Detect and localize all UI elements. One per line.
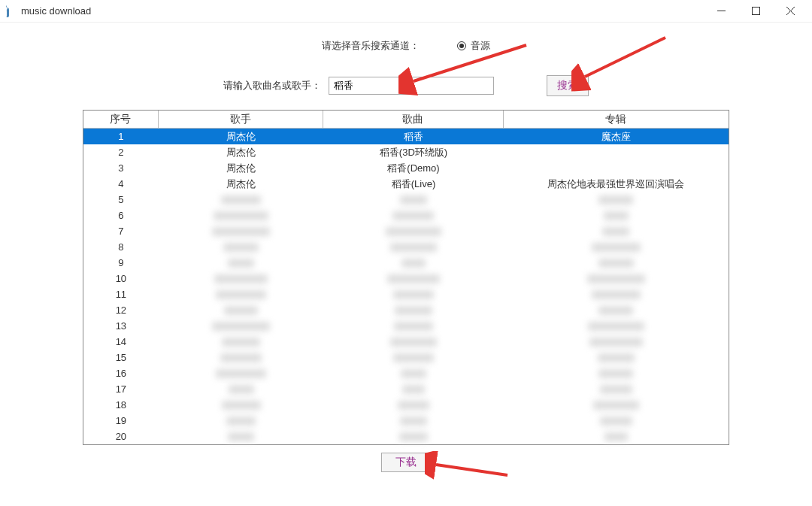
table-cell: 3 bbox=[83, 160, 159, 176]
table-cell: 4 bbox=[83, 176, 159, 192]
download-button[interactable]: 下载 bbox=[381, 453, 431, 472]
table-cell bbox=[504, 223, 729, 239]
table-cell: 周杰伦地表最强世界巡回演唱会 bbox=[504, 176, 729, 192]
table-cell bbox=[504, 413, 729, 429]
maximize-button[interactable] bbox=[738, 0, 773, 23]
table-cell bbox=[159, 286, 323, 302]
table-cell bbox=[159, 255, 323, 271]
table-row[interactable]: 15 bbox=[83, 350, 729, 365]
table-cell: 15 bbox=[83, 350, 159, 365]
table-cell bbox=[159, 223, 323, 239]
table-cell bbox=[323, 271, 503, 286]
table-cell: 20 bbox=[83, 429, 159, 444]
table-cell bbox=[159, 334, 323, 350]
table-row[interactable]: 2周杰伦稻香(3D环绕版) bbox=[83, 144, 729, 160]
channel-row: 请选择音乐搜索通道： 音源 bbox=[30, 39, 782, 53]
table-cell bbox=[504, 208, 729, 223]
table-cell bbox=[159, 429, 323, 444]
table-cell bbox=[159, 239, 323, 255]
table-cell: 14 bbox=[83, 334, 159, 350]
table-cell bbox=[504, 160, 729, 176]
table-row[interactable]: 14 bbox=[83, 334, 729, 350]
table-cell bbox=[504, 271, 729, 286]
minimize-button[interactable] bbox=[704, 0, 738, 23]
table-cell bbox=[323, 365, 503, 381]
table-cell bbox=[504, 255, 729, 271]
table-cell bbox=[504, 365, 729, 381]
search-input[interactable] bbox=[329, 77, 494, 95]
table-cell: 12 bbox=[83, 302, 159, 318]
table-cell: 1 bbox=[83, 129, 159, 144]
table-cell: 19 bbox=[83, 413, 159, 429]
close-button[interactable] bbox=[773, 0, 807, 23]
table-row[interactable]: 17 bbox=[83, 381, 729, 397]
table-cell bbox=[504, 286, 729, 302]
search-button[interactable]: 搜索 bbox=[547, 75, 589, 96]
table-cell bbox=[159, 192, 323, 208]
table-cell: 2 bbox=[83, 144, 159, 160]
source-radio-label: 音源 bbox=[471, 39, 490, 53]
table-cell bbox=[323, 381, 503, 397]
table-cell bbox=[159, 271, 323, 286]
table-cell bbox=[504, 239, 729, 255]
table-cell bbox=[504, 302, 729, 318]
table-row[interactable]: 9 bbox=[83, 255, 729, 271]
table-cell bbox=[504, 350, 729, 365]
table-cell bbox=[504, 381, 729, 397]
results-body: 1周杰伦稻香魔杰座2周杰伦稻香(3D环绕版)3周杰伦稻香(Demo)4周杰伦稻香… bbox=[83, 129, 729, 444]
table-row[interactable]: 10 bbox=[83, 271, 729, 286]
title-bar: music download bbox=[0, 0, 812, 23]
table-cell: 5 bbox=[83, 192, 159, 208]
svg-rect-1 bbox=[752, 8, 759, 15]
table-row[interactable]: 18 bbox=[83, 397, 729, 413]
app-icon bbox=[5, 5, 17, 17]
table-cell: 稻香(Demo) bbox=[323, 160, 503, 176]
table-cell: 周杰伦 bbox=[159, 144, 323, 160]
table-cell bbox=[504, 397, 729, 413]
table-row[interactable]: 16 bbox=[83, 365, 729, 381]
source-radio[interactable]: 音源 bbox=[457, 39, 490, 53]
table-cell bbox=[323, 223, 503, 239]
table-cell bbox=[504, 192, 729, 208]
table-cell: 周杰伦 bbox=[159, 129, 323, 144]
table-cell bbox=[323, 429, 503, 444]
window-title: music download bbox=[21, 5, 91, 17]
table-cell: 10 bbox=[83, 271, 159, 286]
table-cell bbox=[323, 286, 503, 302]
table-cell bbox=[323, 192, 503, 208]
table-cell bbox=[159, 318, 323, 334]
table-cell: 18 bbox=[83, 397, 159, 413]
table-row[interactable]: 3周杰伦稻香(Demo) bbox=[83, 160, 729, 176]
search-row: 请输入歌曲名或歌手： 搜索 bbox=[30, 75, 782, 96]
table-row[interactable]: 6 bbox=[83, 208, 729, 223]
table-row[interactable]: 12 bbox=[83, 302, 729, 318]
table-row[interactable]: 13 bbox=[83, 318, 729, 334]
table-row[interactable]: 20 bbox=[83, 429, 729, 444]
table-cell: 周杰伦 bbox=[159, 176, 323, 192]
table-cell: 7 bbox=[83, 223, 159, 239]
table-cell: 6 bbox=[83, 208, 159, 223]
table-row[interactable]: 7 bbox=[83, 223, 729, 239]
table-row[interactable]: 5 bbox=[83, 192, 729, 208]
channel-label: 请选择音乐搜索通道： bbox=[322, 39, 420, 53]
col-index: 序号 bbox=[83, 111, 159, 129]
radio-dot-icon bbox=[457, 41, 466, 50]
table-row[interactable]: 11 bbox=[83, 286, 729, 302]
table-cell bbox=[504, 144, 729, 160]
table-row[interactable]: 19 bbox=[83, 413, 729, 429]
table-cell: 稻香(3D环绕版) bbox=[323, 144, 503, 160]
table-cell: 16 bbox=[83, 365, 159, 381]
table-cell bbox=[323, 413, 503, 429]
table-cell: 稻香 bbox=[323, 129, 503, 144]
table-row[interactable]: 1周杰伦稻香魔杰座 bbox=[83, 129, 729, 144]
table-cell bbox=[159, 350, 323, 365]
results-header: 序号 歌手 歌曲 专辑 bbox=[83, 111, 729, 129]
table-cell bbox=[504, 318, 729, 334]
table-row[interactable]: 8 bbox=[83, 239, 729, 255]
results-box: 序号 歌手 歌曲 专辑 1周杰伦稻香魔杰座2周杰伦稻香(3D环绕版)3周杰伦稻香… bbox=[83, 110, 729, 445]
table-cell bbox=[323, 302, 503, 318]
table-cell bbox=[323, 239, 503, 255]
table-cell: 13 bbox=[83, 318, 159, 334]
table-row[interactable]: 4周杰伦稻香(Live)周杰伦地表最强世界巡回演唱会 bbox=[83, 176, 729, 192]
search-hint: 请输入歌曲名或歌手： bbox=[223, 79, 321, 92]
